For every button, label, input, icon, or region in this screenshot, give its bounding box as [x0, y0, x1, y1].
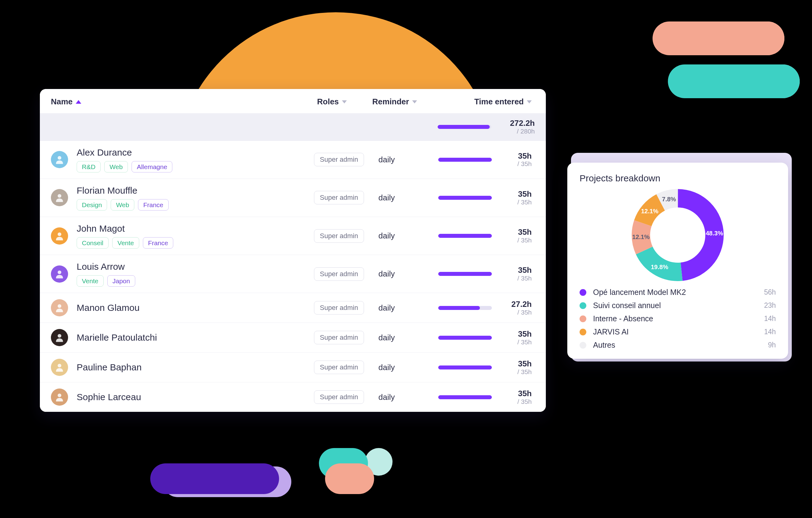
person-name: John Magot — [77, 223, 314, 234]
progress-fill — [438, 336, 492, 340]
progress-track — [438, 306, 492, 310]
avatar — [51, 151, 68, 168]
table-row[interactable]: Marielle PatoulatchiSuper admindaily35h/… — [40, 323, 546, 352]
summary-hours: 272.2h — [498, 119, 535, 128]
legend-item[interactable]: Autres9h — [580, 340, 776, 350]
progress-track — [438, 196, 492, 200]
person-cell: Louis ArrowVenteJapon — [77, 261, 314, 287]
avatar — [51, 227, 68, 245]
legend-swatch — [580, 329, 586, 335]
role-badge[interactable]: Super admin — [314, 191, 364, 205]
tag-chip[interactable]: Allemagne — [132, 161, 172, 172]
chevron-down-icon — [342, 100, 347, 103]
hours-value: 27.2h — [492, 300, 532, 309]
progress-fill — [438, 272, 492, 276]
legend-swatch — [580, 302, 586, 309]
role-badge[interactable]: Super admin — [314, 360, 364, 374]
table-row[interactable]: Pauline BaphanSuper admindaily35h/ 35h — [40, 352, 546, 382]
table-body: Alex DuranceR&DWebAllemagneSuper adminda… — [40, 140, 546, 412]
tag-chip[interactable]: Vente — [112, 237, 139, 249]
sort-asc-icon — [76, 100, 81, 104]
donut-slice-label: 12.1% — [639, 208, 661, 215]
tag-chip[interactable]: Web — [111, 199, 134, 211]
person-name: Manon Glamou — [77, 302, 314, 313]
legend-swatch — [580, 289, 586, 296]
person-cell: John MagotConseilVenteFrance — [77, 223, 314, 249]
time-cell: 35h/ 35h — [492, 359, 535, 376]
progress-cell — [431, 158, 492, 162]
reminder-cell: daily — [378, 333, 431, 343]
column-header-reminder[interactable]: Reminder — [372, 97, 417, 107]
table-row[interactable]: John MagotConseilVenteFranceSuper admind… — [40, 217, 546, 255]
role-badge[interactable]: Super admin — [314, 390, 364, 404]
summary-progress-fill — [438, 125, 490, 129]
column-header-reminder-label: Reminder — [372, 97, 409, 107]
table-row[interactable]: Florian MouffleDesignWebFranceSuper admi… — [40, 179, 546, 217]
tag-chip[interactable]: Conseil — [77, 237, 109, 249]
legend-item[interactable]: Opé lancement Model MK256h — [580, 288, 776, 297]
progress-fill — [438, 365, 492, 370]
legend-item[interactable]: Suivi conseil annuel23h — [580, 301, 776, 310]
progress-cell — [431, 365, 492, 370]
hours-value: 35h — [492, 389, 532, 398]
role-badge[interactable]: Super admin — [314, 229, 364, 243]
avatar — [51, 266, 68, 283]
tag-chip[interactable]: Vente — [77, 275, 104, 287]
hours-value: 35h — [492, 266, 532, 275]
tag-chip[interactable]: France — [138, 199, 168, 211]
column-header-roles[interactable]: Roles — [317, 97, 347, 107]
progress-cell — [431, 395, 492, 399]
role-badge[interactable]: Super admin — [314, 331, 364, 344]
legend-label: Suivi conseil annuel — [593, 301, 764, 310]
progress-track — [438, 158, 492, 162]
donut-slice-label: 48.3% — [704, 229, 725, 237]
hours-value: 35h — [492, 228, 532, 237]
svg-point-1 — [58, 194, 61, 198]
bg-pill-coral-small — [325, 463, 374, 494]
person-name: Alex Durance — [77, 147, 314, 158]
time-cell: 35h/ 35h — [492, 266, 535, 282]
legend-hours: 14h — [764, 315, 776, 323]
svg-point-7 — [58, 394, 61, 398]
hours-of: / 35h — [492, 198, 532, 206]
tag-chip[interactable]: Design — [77, 199, 107, 211]
tag-chip[interactable]: Web — [104, 161, 128, 172]
bg-pill-purple — [150, 463, 279, 494]
tag-group: ConseilVenteFrance — [77, 237, 314, 249]
legend-item[interactable]: Interne - Absence14h — [580, 314, 776, 323]
table-row[interactable]: Alex DuranceR&DWebAllemagneSuper adminda… — [40, 140, 546, 179]
tag-chip[interactable]: France — [143, 237, 173, 249]
column-header-time[interactable]: Time entered — [474, 97, 532, 107]
tag-group: VenteJapon — [77, 275, 314, 287]
tag-chip[interactable]: Japon — [107, 275, 135, 287]
bg-pill-coral — [652, 22, 784, 55]
hours-of: / 35h — [492, 275, 532, 282]
legend-item[interactable]: JARVIS AI14h — [580, 327, 776, 336]
svg-point-0 — [58, 156, 61, 160]
svg-point-6 — [58, 364, 61, 367]
breakdown-title: Projects breakdown — [580, 173, 776, 184]
donut-chart: 48.3%19.8%12.1%12.1%7.8% — [632, 189, 724, 281]
tag-chip[interactable]: R&D — [77, 161, 100, 172]
legend-swatch — [580, 342, 586, 349]
avatar — [51, 299, 68, 317]
column-header-time-label: Time entered — [474, 97, 524, 107]
reminder-cell: daily — [378, 231, 431, 241]
legend-swatch — [580, 316, 586, 322]
person-name: Louis Arrow — [77, 261, 314, 272]
progress-fill — [438, 395, 492, 399]
table-row[interactable]: Manon GlamouSuper admindaily27.2h/ 35h — [40, 293, 546, 323]
table-row[interactable]: Sophie LarceauSuper admindaily35h/ 35h — [40, 382, 546, 412]
svg-point-4 — [58, 304, 61, 308]
role-badge[interactable]: Super admin — [314, 301, 364, 315]
table-row[interactable]: Louis ArrowVenteJaponSuper admindaily35h… — [40, 255, 546, 293]
time-cell: 35h/ 35h — [492, 228, 535, 244]
legend-label: Opé lancement Model MK2 — [593, 288, 764, 297]
column-header-name[interactable]: Name — [51, 97, 81, 107]
role-badge[interactable]: Super admin — [314, 153, 364, 166]
progress-fill — [438, 158, 492, 162]
hours-value: 35h — [492, 190, 532, 198]
avatar — [51, 329, 68, 346]
role-badge[interactable]: Super admin — [314, 267, 364, 281]
person-name: Florian Mouffle — [77, 185, 314, 196]
